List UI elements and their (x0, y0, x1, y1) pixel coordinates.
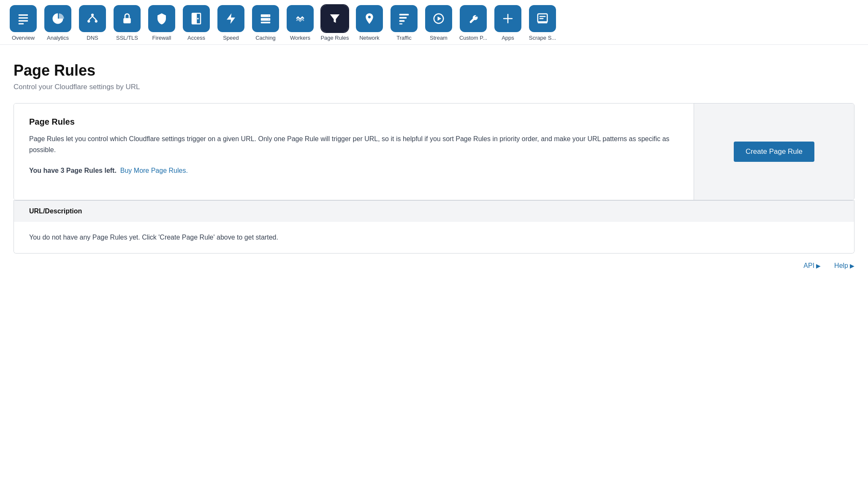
table-empty-message: You do not have any Page Rules yet. Clic… (14, 222, 854, 253)
nav-label-custompages: Custom P... (459, 35, 487, 41)
nav-item-overview[interactable]: Overview (7, 5, 40, 44)
page-content: Page Rules Control your Cloudflare setti… (0, 45, 868, 254)
svg-rect-29 (540, 16, 546, 17)
nav-label-scrape: Scrape S... (529, 35, 556, 41)
svg-rect-27 (503, 18, 513, 19)
nav-item-speed[interactable]: Speed (214, 5, 247, 44)
dns-icon (86, 12, 99, 25)
nav-label-dns: DNS (87, 35, 98, 41)
info-left-panel: Page Rules Page Rules let you control wh… (14, 104, 694, 200)
access-icon-box (183, 5, 210, 32)
overview-icon (17, 12, 30, 25)
scrape-icon-box (529, 5, 556, 32)
nav-bar: Overview Analytics DNS SSL/TLS Firewall … (0, 0, 868, 45)
nav-item-workers[interactable]: Workers (284, 5, 317, 44)
rules-table: URL/Description You do not have any Page… (14, 200, 854, 254)
svg-point-19 (268, 19, 269, 20)
api-link[interactable]: API ▶ (803, 262, 821, 270)
stream-icon-box (425, 5, 452, 32)
nav-item-analytics[interactable]: Analytics (41, 5, 74, 44)
info-panel: Page Rules Page Rules let you control wh… (14, 103, 854, 200)
nav-label-analytics: Analytics (47, 35, 69, 41)
footer-links: API ▶ Help ▶ (0, 254, 868, 278)
nav-item-custompages[interactable]: Custom P... (457, 5, 490, 44)
table-header: URL/Description (14, 200, 854, 222)
nav-label-workers: Workers (290, 35, 310, 41)
plus-icon (502, 12, 514, 25)
filter-icon (328, 12, 341, 25)
svg-rect-0 (19, 14, 28, 16)
pagerules-icon-box (321, 5, 348, 32)
api-arrow-icon: ▶ (816, 262, 821, 269)
nav-item-access[interactable]: Access (180, 5, 213, 44)
analytics-icon (52, 12, 64, 25)
dns-icon-box (79, 5, 106, 32)
svg-rect-3 (19, 23, 24, 25)
svg-line-8 (92, 16, 96, 20)
location-icon (363, 12, 376, 25)
bolt-icon (225, 12, 237, 25)
nav-item-pagerules[interactable]: Page Rules (318, 5, 351, 44)
nav-label-access: Access (187, 35, 205, 41)
svg-rect-2 (19, 20, 28, 22)
nav-item-apps[interactable]: Apps (491, 5, 524, 44)
nav-item-network[interactable]: Network (353, 5, 386, 44)
nav-label-caching: Caching (255, 35, 276, 41)
nav-label-apps: Apps (502, 35, 514, 41)
svg-rect-17 (261, 22, 271, 24)
server-icon (259, 12, 272, 25)
svg-rect-1 (19, 17, 28, 19)
buy-more-link[interactable]: Buy More Page Rules. (120, 167, 188, 174)
lock-icon (121, 12, 133, 25)
api-link-label: API (803, 262, 814, 270)
nav-item-traffic[interactable]: Traffic (388, 5, 420, 44)
nav-label-network: Network (359, 35, 380, 41)
network-icon-box (356, 5, 383, 32)
info-right-panel: Create Page Rule (694, 104, 854, 200)
nav-label-speed: Speed (223, 35, 239, 41)
nav-item-stream[interactable]: Stream (422, 5, 455, 44)
svg-point-13 (197, 18, 199, 19)
analytics-icon-box (44, 5, 71, 32)
nav-label-traffic: Traffic (396, 35, 411, 41)
rules-left-count: You have 3 Page Rules left. (29, 167, 117, 174)
firewall-icon-box (148, 5, 175, 32)
caching-icon-box (252, 5, 279, 32)
nav-item-ssltls[interactable]: SSL/TLS (111, 5, 144, 44)
door-icon (190, 12, 203, 25)
help-link[interactable]: Help ▶ (834, 262, 854, 270)
play-icon (432, 12, 445, 25)
help-arrow-icon: ▶ (850, 262, 854, 269)
nav-item-firewall[interactable]: Firewall (145, 5, 178, 44)
info-heading: Page Rules (29, 117, 678, 127)
svg-rect-21 (399, 17, 407, 19)
wrench-icon (467, 12, 480, 25)
speed-icon-box (217, 5, 244, 32)
nav-item-caching[interactable]: Caching (249, 5, 282, 44)
nav-label-stream: Stream (430, 35, 448, 41)
workers-icon-box (287, 5, 314, 32)
svg-marker-14 (227, 14, 235, 24)
workers-icon (294, 12, 307, 25)
svg-rect-22 (399, 20, 405, 22)
svg-rect-30 (540, 18, 544, 19)
svg-rect-20 (399, 14, 409, 16)
ssltls-icon-box (114, 5, 141, 32)
svg-rect-31 (538, 21, 548, 23)
help-link-label: Help (834, 262, 848, 270)
rules-left-text: You have 3 Page Rules left. Buy More Pag… (29, 165, 678, 176)
svg-rect-12 (192, 14, 197, 24)
svg-point-4 (91, 14, 94, 16)
svg-marker-25 (438, 16, 442, 21)
apps-icon-box (494, 5, 521, 32)
nav-label-pagerules: Page Rules (320, 35, 349, 41)
overview-icon-box (10, 5, 37, 32)
scrape-icon (536, 12, 549, 25)
svg-point-6 (95, 20, 98, 22)
svg-point-5 (87, 20, 90, 22)
nav-item-scrape[interactable]: Scrape S... (526, 5, 559, 44)
shield-icon (155, 12, 168, 25)
nav-item-dns[interactable]: DNS (76, 5, 109, 44)
create-page-rule-button[interactable]: Create Page Rule (734, 142, 814, 162)
custompages-icon-box (460, 5, 487, 32)
